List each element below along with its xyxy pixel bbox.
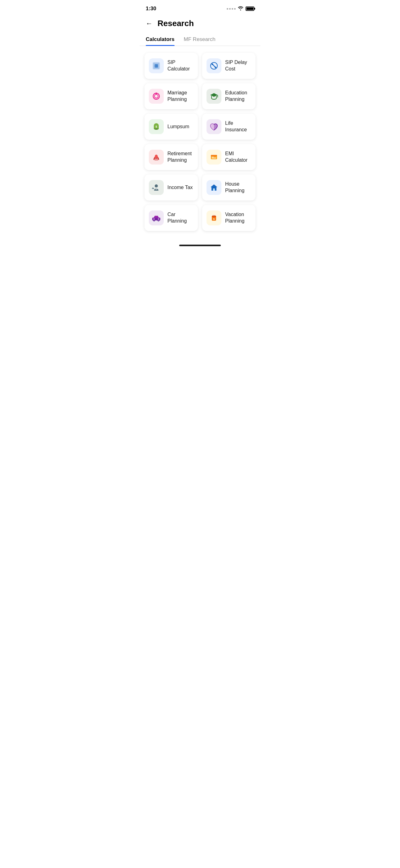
svg-rect-31: [158, 219, 159, 219]
income-tax-card[interactable]: Income Tax: [144, 175, 198, 200]
svg-point-8: [155, 94, 158, 98]
sip-calculator-icon: ⊞: [149, 58, 164, 73]
vacation-planning-card[interactable]: $ Vacation Planning: [202, 205, 256, 231]
house-planning-label: House Planning: [225, 181, 251, 194]
vacation-planning-icon: $: [206, 211, 222, 225]
svg-rect-30: [153, 219, 155, 219]
status-bar: 1:30: [139, 0, 261, 16]
lumpsum-icon: $: [149, 119, 164, 134]
wifi-icon: [237, 6, 244, 12]
sip-calculator-label: SIP Calculator: [167, 59, 194, 72]
income-tax-icon: [149, 180, 164, 195]
car-planning-card[interactable]: Car Planning: [144, 205, 198, 231]
svg-rect-18: [212, 158, 216, 158]
svg-rect-33: [212, 216, 216, 217]
emi-calculator-label: EMI Calculator: [225, 151, 251, 164]
education-planning-label: Education Planning: [225, 90, 251, 103]
svg-rect-21: [156, 187, 157, 190]
car-planning-icon: [149, 211, 164, 225]
sip-delay-icon: [206, 58, 222, 73]
sip-delay-cost-card[interactable]: SIP Delay Cost: [202, 53, 256, 79]
sip-delay-cost-label: SIP Delay Cost: [225, 59, 251, 72]
income-tax-label: Income Tax: [167, 184, 193, 191]
calculators-grid: ⊞ SIP Calculator SIP Delay Cost: [139, 51, 261, 239]
svg-point-20: [155, 184, 158, 187]
marriage-planning-label: Marriage Planning: [167, 90, 194, 103]
vacation-planning-label: Vacation Planning: [225, 211, 251, 224]
retirement-planning-card[interactable]: Retirement Planning: [144, 144, 198, 170]
life-insurance-card[interactable]: Life Insurance: [202, 114, 256, 140]
svg-rect-24: [213, 188, 215, 191]
svg-text:$: $: [213, 218, 214, 220]
emi-calculator-icon: [206, 150, 222, 164]
marriage-planning-card[interactable]: Marriage Planning: [144, 83, 198, 109]
life-insurance-icon: [206, 119, 222, 134]
lumpsum-card[interactable]: $ Lumpsum: [144, 114, 198, 140]
car-planning-label: Car Planning: [167, 211, 194, 224]
battery-icon: [245, 6, 254, 11]
page-header: ← Research: [139, 16, 261, 33]
svg-point-6: [215, 67, 216, 68]
tab-mf-research[interactable]: MF Research: [184, 33, 215, 45]
education-icon: [206, 89, 222, 104]
home-indicator: [179, 245, 221, 246]
svg-point-29: [158, 220, 159, 221]
life-insurance-label: Life Insurance: [225, 120, 251, 133]
house-planning-icon: [206, 180, 222, 195]
tabs-container: Calculators MF Research: [139, 33, 261, 46]
sip-calculator-card[interactable]: ⊞ SIP Calculator: [144, 53, 198, 79]
signal-dots-icon: [227, 8, 236, 10]
retirement-planning-label: Retirement Planning: [167, 151, 194, 164]
svg-point-22: [152, 188, 153, 189]
page-title: Research: [158, 19, 194, 28]
status-icons: [227, 6, 254, 12]
tab-calculators[interactable]: Calculators: [146, 33, 174, 45]
house-planning-card[interactable]: House Planning: [202, 175, 256, 200]
lumpsum-label: Lumpsum: [167, 124, 189, 130]
retirement-icon: [149, 150, 164, 164]
svg-text:⊞: ⊞: [155, 63, 158, 68]
svg-rect-17: [211, 155, 217, 156]
education-planning-card[interactable]: Education Planning: [202, 83, 256, 109]
svg-point-28: [154, 220, 155, 221]
status-time: 1:30: [146, 6, 156, 12]
svg-rect-19: [212, 157, 214, 157]
back-button[interactable]: ←: [146, 20, 153, 28]
svg-point-5: [212, 64, 213, 65]
svg-text:$: $: [155, 125, 157, 128]
emi-calculator-card[interactable]: EMI Calculator: [202, 144, 256, 170]
marriage-icon: [149, 89, 164, 104]
